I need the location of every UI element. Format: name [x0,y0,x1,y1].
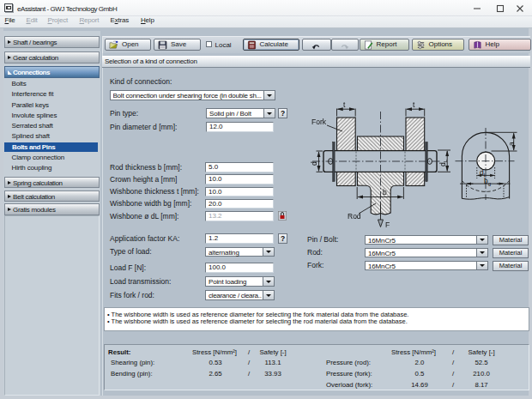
svg-text:Rod: Rod [348,212,361,221]
svg-text:F: F [385,221,390,229]
svg-text:b: b [383,188,387,196]
svg-text:Fork: Fork [311,118,327,126]
svg-text:t: t [343,100,346,109]
svg-text:t: t [413,100,415,109]
